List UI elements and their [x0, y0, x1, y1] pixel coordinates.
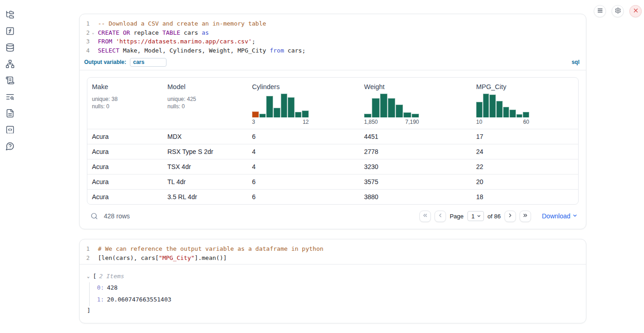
first-page-button[interactable] — [419, 211, 431, 222]
help-icon[interactable] — [5, 142, 15, 151]
histogram-bar — [302, 111, 309, 117]
table-row[interactable]: Acura3.5 RL 4dr6388018 — [87, 189, 578, 204]
hist-max-label: 60 — [523, 119, 529, 125]
column-header-mpg-city[interactable]: MPG_City 10 60 — [472, 78, 578, 129]
python-cell: 1# We can reference the output variable … — [79, 239, 586, 323]
close-bracket: ] — [87, 307, 579, 314]
close-button[interactable] — [629, 5, 642, 17]
histogram-bar — [403, 112, 411, 117]
histogram-bar — [510, 110, 516, 117]
histogram-bar — [412, 114, 419, 117]
python-code-editor[interactable]: 1# We can reference the output variable … — [80, 239, 586, 264]
function-square-icon[interactable] — [5, 26, 15, 36]
cylinders-histogram — [252, 94, 309, 117]
table-row[interactable]: AcuraRSX Type S 2dr4277824 — [87, 144, 578, 159]
table-cell: 3575 — [360, 174, 472, 189]
database-icon[interactable] — [5, 43, 15, 52]
notebook: 1-- Download a CSV and create an in-memo… — [79, 0, 586, 323]
table-cell: 2778 — [360, 144, 472, 159]
hist-min-label: 3 — [252, 119, 255, 125]
scroll-icon[interactable] — [5, 76, 15, 85]
line-number: 1 — [80, 19, 90, 28]
table-cell: 20 — [472, 174, 578, 189]
line-number: 4 — [80, 46, 90, 55]
prev-page-button[interactable] — [435, 211, 446, 222]
fold-gutter — [90, 244, 97, 254]
fold-chevron-icon[interactable]: ⌄ — [90, 28, 97, 37]
gear-icon — [615, 7, 621, 16]
download-button[interactable]: Download — [542, 212, 578, 220]
table-cell: Acura — [87, 174, 163, 189]
table-cell: TSX 4dr — [163, 159, 247, 174]
tree-entry-key: 1: — [97, 296, 104, 303]
table-row[interactable]: AcuraMDX6445117 — [87, 129, 578, 144]
code-line: 4SELECT Make, Model, Cylinders, Weight, … — [80, 46, 586, 55]
hist-min-label: 10 — [476, 119, 482, 125]
line-number: 3 — [80, 37, 90, 46]
code-line: 2[len(cars), cars["MPG_City"].mean()] — [80, 254, 586, 263]
hist-max-label: 12 — [303, 119, 309, 125]
page-total-label: of 86 — [488, 213, 501, 220]
column-header-model[interactable]: Model unique: 425 nulls: 0 — [163, 78, 247, 129]
hist-max-label: 7,190 — [405, 119, 419, 125]
logs-search-icon[interactable] — [5, 92, 15, 101]
language-badge[interactable]: sql — [572, 59, 580, 65]
chevron-right-icon — [507, 212, 513, 220]
table-cell: 24 — [472, 144, 578, 159]
output-variable-input[interactable] — [130, 58, 166, 67]
table-cell: 6 — [247, 189, 360, 204]
tree-entry-key: 0: — [97, 284, 104, 291]
table-cell: Acura — [87, 144, 163, 159]
tree-entry-value: 428 — [107, 284, 118, 291]
histogram-bar — [516, 114, 523, 117]
table-row[interactable]: AcuraTSX 4dr4323022 — [87, 159, 578, 174]
histogram-bar — [274, 108, 280, 117]
code-line: 1# We can reference the output variable … — [80, 244, 586, 254]
sql-code-editor[interactable]: 1-- Download a CSV and create an in-memo… — [80, 14, 586, 57]
collapse-caret-icon[interactable]: ⌄ — [87, 274, 93, 279]
histogram-bar — [496, 101, 503, 117]
table-cell: 4 — [247, 159, 360, 174]
table-cell: Acura — [87, 129, 163, 144]
column-stat: nulls: 0 — [167, 103, 243, 111]
snippets-icon[interactable] — [5, 125, 15, 134]
column-header-cylinders[interactable]: Cylinders 3 12 — [247, 78, 360, 129]
chevrons-right-icon — [522, 212, 528, 220]
output-variable-row: Output variable: sql — [80, 57, 586, 70]
sidebar — [0, 0, 20, 333]
histogram-bar — [288, 97, 295, 117]
table-cell: Acura — [87, 159, 163, 174]
window-controls — [594, 5, 642, 17]
next-page-button[interactable] — [504, 211, 516, 222]
column-header-weight[interactable]: Weight 1,850 7,190 — [360, 78, 472, 129]
document-icon[interactable] — [5, 109, 15, 118]
settings-button[interactable] — [612, 5, 624, 17]
last-page-button[interactable] — [520, 211, 531, 222]
items-count-label: 2 Items — [99, 273, 124, 280]
histogram-bar — [266, 96, 273, 117]
chevron-left-icon — [437, 212, 443, 220]
menu-button[interactable] — [594, 5, 606, 17]
histogram-bar — [252, 111, 259, 117]
file-tree-icon[interactable] — [5, 10, 15, 19]
mpg-city-histogram — [476, 94, 529, 117]
page-select[interactable]: 1 — [467, 211, 484, 221]
column-header-make[interactable]: Make unique: 38 nulls: 0 — [87, 78, 163, 129]
table-row[interactable]: AcuraTL 4dr6357520 — [87, 174, 578, 189]
table-cell: 17 — [472, 129, 578, 144]
search-icon[interactable] — [91, 212, 98, 220]
chevrons-left-icon — [422, 212, 428, 220]
fold-gutter — [90, 37, 97, 46]
table-cell: MDX — [163, 129, 247, 144]
row-count: 428 rows — [104, 212, 130, 220]
histogram-bar — [364, 114, 371, 117]
code-line: 1-- Download a CSV and create an in-memo… — [80, 19, 586, 28]
fold-gutter — [90, 254, 97, 263]
tree-entry: 1:20.060747663551403 — [97, 294, 579, 306]
output-variable-label: Output variable: — [84, 59, 126, 65]
table-cell: 4451 — [360, 129, 472, 144]
open-bracket: [ — [93, 273, 97, 280]
hist-min-label: 1,850 — [364, 119, 378, 125]
tree-entry: 0:428 — [97, 282, 579, 294]
dependency-graph-icon[interactable] — [5, 59, 15, 69]
